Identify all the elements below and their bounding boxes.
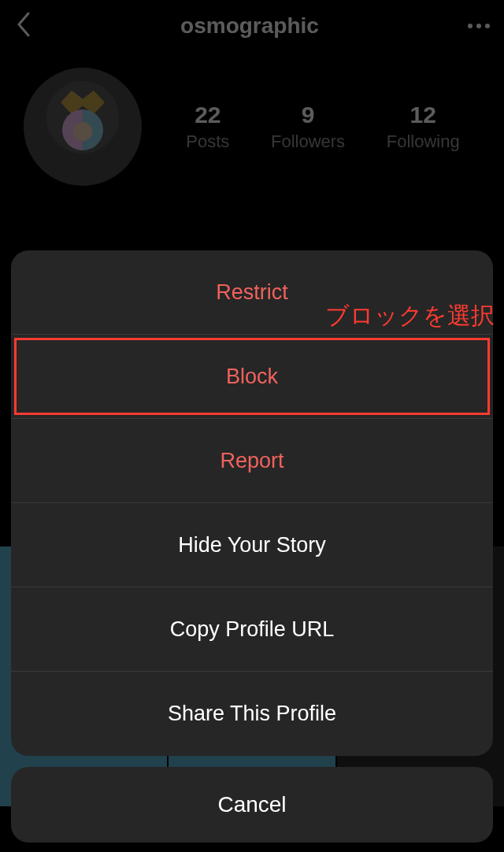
- annotation-text: ブロックを選択: [325, 300, 495, 332]
- cancel-label: Cancel: [217, 792, 286, 817]
- action-sheet-overlay: Restrict Block ブロックを選択 Report Hide Your …: [0, 0, 504, 852]
- hide-story-label: Hide Your Story: [178, 533, 326, 558]
- block-label: Block: [226, 365, 278, 389]
- report-label: Report: [220, 449, 284, 473]
- hide-story-button[interactable]: Hide Your Story: [11, 503, 493, 587]
- restrict-label: Restrict: [216, 280, 288, 305]
- copy-url-button[interactable]: Copy Profile URL: [11, 587, 493, 672]
- share-profile-button[interactable]: Share This Profile: [11, 672, 493, 756]
- report-button[interactable]: Report: [11, 419, 493, 503]
- action-sheet: Restrict Block ブロックを選択 Report Hide Your …: [11, 250, 493, 756]
- share-profile-label: Share This Profile: [168, 702, 336, 726]
- copy-url-label: Copy Profile URL: [170, 617, 335, 642]
- cancel-button[interactable]: Cancel: [11, 767, 493, 843]
- block-button[interactable]: Block ブロックを選択: [11, 335, 493, 419]
